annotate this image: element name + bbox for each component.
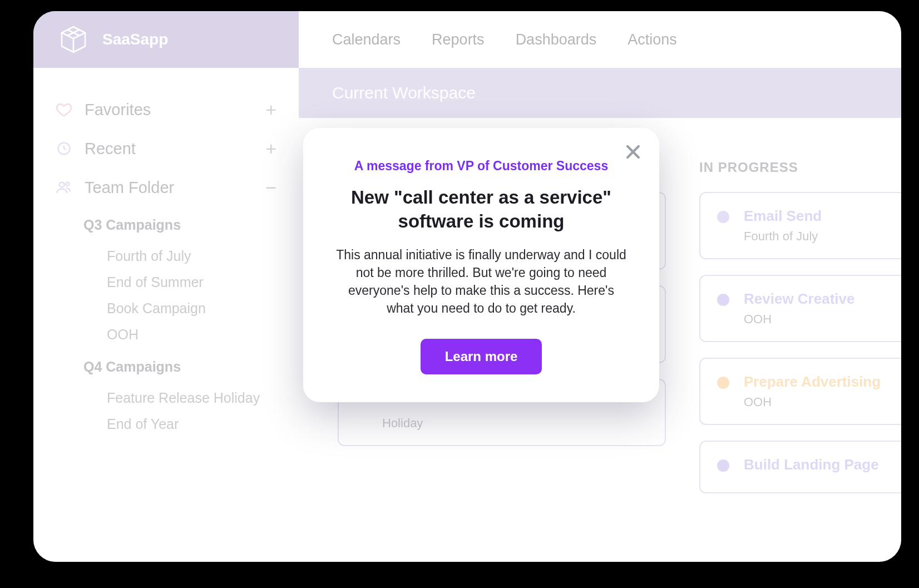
folder-item[interactable]: Book Campaign [107,295,288,322]
modal-tagline: A message from VP of Customer Success [334,159,629,174]
sidebar-favorites-label: Favorites [85,101,151,119]
app-window: SaaSapp Calendars Reports Dashboards Act… [33,11,901,562]
sidebar: Favorites + Recent + [33,68,299,562]
learn-more-button[interactable]: Learn more [421,339,542,374]
sidebar-favorites[interactable]: Favorites + [56,90,288,129]
app-name: SaaSapp [102,31,168,48]
status-dot-icon [717,459,729,472]
nav-calendars[interactable]: Calendars [332,31,401,48]
folder-q4-title[interactable]: Q4 Campaigns [83,359,288,375]
card-subtitle: OOH [744,395,881,409]
svg-point-2 [66,182,69,186]
modal-body-text: This annual initiative is finally underw… [334,246,629,318]
app-logo-icon [58,24,89,55]
status-dot-icon [717,294,729,306]
workspace-subheader: Current Workspace [299,68,901,118]
card-subtitle: OOH [744,312,854,327]
kanban-card[interactable]: Prepare Advertising OOH [699,358,901,425]
top-nav: Calendars Reports Dashboards Actions [299,11,901,68]
kanban-card[interactable]: Review Creative OOH [699,275,901,342]
kanban-card[interactable]: Email Send Fourth of July [699,192,901,259]
topbar: SaaSapp Calendars Reports Dashboards Act… [33,11,901,68]
column-in-progress: IN PROGRESS Email Send Fourth of July Re… [699,146,901,562]
sidebar-recent[interactable]: Recent + [56,129,288,168]
status-dot-icon [717,377,729,389]
folder-item[interactable]: End of Summer [107,269,288,295]
column-title: IN PROGRESS [699,160,901,175]
team-icon [56,179,72,196]
sidebar-team-label: Team Folder [85,179,174,197]
team-collapse-icon[interactable]: − [265,178,276,197]
recent-add-icon[interactable]: + [265,139,276,158]
sidebar-recent-label: Recent [85,140,136,158]
card-title: Build Landing Page [744,456,879,473]
card-subtitle: Fourth of July [744,229,822,244]
announcement-modal: A message from VP of Customer Success Ne… [303,128,659,402]
sidebar-team-folder[interactable]: Team Folder − [56,168,288,207]
card-title: Prepare Advertising [744,373,881,391]
folder-q3-title[interactable]: Q3 Campaigns [83,217,288,233]
card-title: Email Send [744,207,822,225]
favorites-add-icon[interactable]: + [265,100,276,119]
card-subtitle: Holiday [382,416,423,431]
card-title: Review Creative [744,290,854,308]
modal-title: New "call center as a service" software … [337,186,626,234]
nav-dashboards[interactable]: Dashboards [516,31,597,48]
nav-reports[interactable]: Reports [432,31,485,48]
status-dot-icon [717,211,729,223]
kanban-card[interactable]: Build Landing Page [699,441,901,493]
brand-block: SaaSapp [33,11,299,68]
folder-item[interactable]: Feature Release Holiday [107,385,288,411]
svg-point-1 [60,182,65,187]
folder-item[interactable]: OOH [107,322,288,348]
folder-item[interactable]: End of Year [107,411,288,437]
folder-item[interactable]: Fourth of July [107,243,288,269]
close-icon[interactable] [624,142,643,161]
workspace-title: Current Workspace [332,83,476,102]
clock-icon [56,140,72,157]
nav-actions[interactable]: Actions [628,31,677,48]
heart-icon [56,101,72,118]
